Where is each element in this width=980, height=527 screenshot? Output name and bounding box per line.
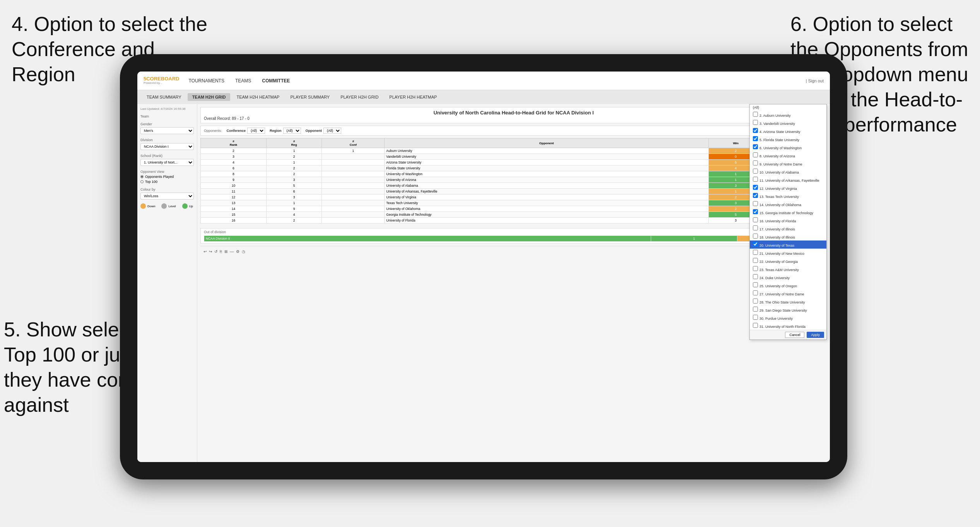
- division-section: Division NCAA Division I: [140, 138, 194, 150]
- region-label: Region: [270, 129, 282, 133]
- region-select[interactable]: (All): [283, 128, 301, 134]
- col-opponent: Opponent: [385, 138, 709, 148]
- dropdown-footer: Cancel Apply: [750, 330, 826, 339]
- opponent-dropdown: (All)2. Auburn University3. Vanderbilt U…: [749, 104, 827, 340]
- dropdown-item[interactable]: 30. Purdue University: [750, 314, 826, 322]
- left-panel: Last Updated: 4/7/2024 16:55:38 Team Gen…: [137, 104, 197, 462]
- division-label: Division: [140, 138, 194, 142]
- radio-top100[interactable]: Top 100: [140, 180, 194, 184]
- dropdown-item[interactable]: 21. University of New Mexico: [750, 249, 826, 257]
- nav-committee[interactable]: COMMITTEE: [262, 77, 290, 85]
- last-updated-section: Last Updated: 4/7/2024 16:55:38: [140, 107, 194, 111]
- dropdown-item[interactable]: 12. University of Virginia: [750, 184, 826, 192]
- grid-area: University of North Carolina Head-to-Hea…: [197, 104, 830, 462]
- legend-level-icon: [161, 203, 167, 209]
- opponent-label: Opponent: [306, 129, 322, 133]
- opponent-view-section: Opponent View Opponents Played Top 100: [140, 170, 194, 184]
- opponent-view-label: Opponent View: [140, 170, 194, 174]
- dropdown-item[interactable]: 18. University of Illinois: [750, 232, 826, 240]
- legend-down-label: Down: [147, 205, 155, 208]
- dropdown-item[interactable]: 29. San Diego State University: [750, 305, 826, 314]
- cancel-button[interactable]: Cancel: [785, 332, 804, 338]
- school-select[interactable]: 1. University of Nort...: [140, 159, 194, 166]
- dropdown-item[interactable]: 16. University of Florida: [750, 216, 826, 224]
- subnav-team-summary[interactable]: TEAM SUMMARY: [142, 93, 186, 101]
- radio-label-2: Top 100: [145, 180, 157, 184]
- legend-down-icon: [140, 203, 146, 209]
- dropdown-item[interactable]: 23. Texas A&M University: [750, 265, 826, 273]
- dropdown-item[interactable]: 25. University of Oregon: [750, 281, 826, 289]
- last-updated: Last Updated: 4/7/2024 16:55:38: [140, 107, 194, 111]
- colour-select[interactable]: Win/Loss: [140, 193, 194, 200]
- col-reg: #Reg: [266, 138, 322, 148]
- filter-row: Opponents: Conference (All) Region (All): [200, 126, 827, 136]
- out-of-division: Out of division NCAA Division II 1 0: [200, 228, 827, 244]
- dropdown-item[interactable]: 6. University of Washington: [750, 143, 826, 151]
- dropdown-item[interactable]: 27. University of Notre Dame: [750, 289, 826, 297]
- overall-record-label-text: Overall Record:: [204, 116, 231, 121]
- nav-signout[interactable]: | Sign out: [806, 78, 824, 83]
- dropdown-item[interactable]: 13. Texas Tech University: [750, 192, 826, 200]
- dropdown-item[interactable]: 17. University of Illinois: [750, 224, 826, 232]
- nav-teams[interactable]: TEAMS: [235, 77, 251, 85]
- gender-select[interactable]: Men's: [140, 127, 194, 134]
- subnav-player-h2h-heatmap[interactable]: PLAYER H2H HEATMAP: [385, 93, 441, 101]
- opponent-select[interactable]: (All): [323, 128, 341, 134]
- table-row: 123University of Virginia21: [201, 194, 827, 200]
- grid-icon[interactable]: ⊞: [224, 249, 227, 254]
- school-label: School (Rank): [140, 154, 194, 158]
- subnav-player-h2h-grid[interactable]: PLAYER H2H GRID: [336, 93, 383, 101]
- dropdown-item[interactable]: 31. University of North Florida: [750, 322, 826, 330]
- dropdown-item[interactable]: 22. University of Georgia: [750, 257, 826, 265]
- dropdown-item[interactable]: 15. Georgia Institute of Technology: [750, 208, 826, 216]
- dropdown-item[interactable]: 28. The Ohio State University: [750, 297, 826, 305]
- undo-icon[interactable]: ↩: [204, 249, 207, 254]
- app-nav: 5COREBOARD Powered by... TOURNAMENTS TEA…: [137, 72, 830, 90]
- dropdown-item[interactable]: 5. Florida State University: [750, 135, 826, 143]
- dropdown-item[interactable]: 14. University of Oklahoma: [750, 200, 826, 208]
- dropdown-item[interactable]: 10. University of Alabama: [750, 167, 826, 176]
- reset-icon[interactable]: ↺: [214, 249, 217, 254]
- subnav-team-h2h-heatmap[interactable]: TEAM H2H HEATMAP: [232, 93, 284, 101]
- overall-record-label: Overall Record: 89 - 17 - 0: [204, 116, 250, 121]
- dropdown-item[interactable]: 8. University of Arizona: [750, 151, 826, 159]
- table-row: 93University of Arizona10: [201, 177, 827, 183]
- opponent-filter: Opponent (All): [306, 128, 342, 134]
- radio-opponents-played[interactable]: Opponents Played: [140, 175, 194, 179]
- settings-icon[interactable]: ⚙: [236, 249, 239, 254]
- tablet-frame: 5COREBOARD Powered by... TOURNAMENTS TEA…: [120, 54, 847, 479]
- data-table: #Rank #Reg #Conf Opponent Win Loss 211Au…: [200, 138, 827, 223]
- clock-icon[interactable]: ◷: [242, 249, 245, 254]
- copy-icon[interactable]: ⎘: [220, 249, 222, 254]
- dropdown-item[interactable]: 20. University of Texas: [750, 240, 826, 249]
- col-conf: #Conf: [322, 138, 385, 148]
- dropdown-item[interactable]: 4. Arizona State University: [750, 127, 826, 135]
- division-select[interactable]: NCAA Division I: [140, 143, 194, 150]
- dropdown-item[interactable]: (All): [750, 104, 826, 111]
- toolbar-bottom: ↩ ↪ ↺ ⎘ ⊞ — ⚙ ◷ View: Original: [200, 246, 827, 257]
- redo-icon[interactable]: ↪: [209, 249, 212, 254]
- subnav-player-summary[interactable]: PLAYER SUMMARY: [286, 93, 334, 101]
- conference-select[interactable]: (All): [247, 128, 265, 134]
- nav-tournaments[interactable]: TOURNAMENTS: [188, 77, 224, 85]
- table-header: #Rank #Reg #Conf Opponent Win Loss: [201, 138, 827, 148]
- apply-button[interactable]: Apply: [807, 332, 824, 338]
- legend-up-icon: [182, 203, 188, 209]
- table-row: 82University of Washington10: [201, 171, 827, 177]
- table-row: 162University of Florida31: [201, 218, 827, 223]
- table-row: 32Vanderbilt University04: [201, 154, 827, 160]
- dash-icon[interactable]: —: [230, 249, 234, 254]
- dropdown-item[interactable]: 24. Duke University: [750, 273, 826, 281]
- table-body: 211Auburn University2132Vanderbilt Unive…: [201, 148, 827, 223]
- team-section: Team: [140, 114, 194, 118]
- out-division-name: NCAA Division II: [204, 236, 651, 242]
- logo-text: 5COREBOARD: [144, 76, 179, 82]
- sub-nav: TEAM SUMMARY TEAM H2H GRID TEAM H2H HEAT…: [137, 90, 830, 104]
- dropdown-item[interactable]: 2. Auburn University: [750, 111, 826, 119]
- dropdown-item[interactable]: 11. University of Arkansas, Fayetteville: [750, 176, 826, 184]
- colour-label: Colour by: [140, 188, 194, 191]
- dropdown-item[interactable]: 9. University of Notre Dame: [750, 159, 826, 167]
- subnav-team-h2h-grid[interactable]: TEAM H2H GRID: [188, 93, 231, 101]
- nav-links: TOURNAMENTS TEAMS COMMITTEE: [188, 77, 290, 85]
- dropdown-item[interactable]: 3. Vanderbilt University: [750, 119, 826, 127]
